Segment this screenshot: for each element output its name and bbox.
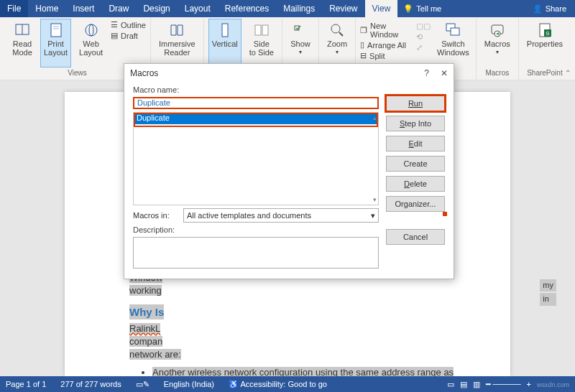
print-layout-label: Print Layout <box>44 39 68 57</box>
help-button[interactable]: ? <box>424 68 429 78</box>
outline-icon: ☰ <box>111 20 118 29</box>
show-icon <box>293 22 308 38</box>
macro-list-item-selected[interactable]: Duplicate <box>134 113 378 124</box>
tab-review[interactable]: Review <box>322 0 364 17</box>
immersive-reader-button[interactable]: Immersive Reader <box>155 19 199 67</box>
status-spellcheck-icon[interactable]: ▭✎ <box>136 380 150 389</box>
organizer-button[interactable]: Organizer... <box>386 196 445 212</box>
read-mode-button[interactable]: Read Mode <box>9 19 36 67</box>
side-to-side-icon <box>254 22 270 38</box>
svg-rect-8 <box>255 25 261 35</box>
switch-windows-label: Switch Windows <box>437 39 469 57</box>
create-button[interactable]: Create <box>386 156 445 172</box>
chevron-down-icon: ▾ <box>496 50 499 56</box>
status-page[interactable]: Page 1 of 1 <box>6 380 46 388</box>
properties-icon: S <box>537 22 553 38</box>
new-window-label: New Window <box>370 22 412 39</box>
macro-name-input[interactable]: Duplicate <box>133 97 379 109</box>
side-to-side-button[interactable]: Side to Side <box>246 19 277 67</box>
properties-button[interactable]: SProperties <box>523 19 566 67</box>
split-button[interactable]: ⊟Split <box>360 51 412 60</box>
group-sharepoint-label: SharePoint <box>527 67 562 78</box>
web-layout-button[interactable]: Web Layout <box>75 19 106 67</box>
share-button[interactable]: 👤 Share <box>524 0 575 17</box>
tab-layout[interactable]: Layout <box>178 0 218 17</box>
macros-button[interactable]: Macros▾ <box>481 19 514 67</box>
zoom-button[interactable]: Zoom▾ <box>323 19 351 67</box>
scroll-up-icon[interactable]: ▴ <box>373 114 377 121</box>
scroll-down-icon[interactable]: ▾ <box>373 196 377 203</box>
outline-button[interactable]: ☰Outline <box>111 20 146 29</box>
view-print-icon[interactable]: ▤ <box>460 380 467 389</box>
macros-label: Macros <box>484 39 510 48</box>
svg-rect-2 <box>51 24 61 37</box>
tab-view[interactable]: View <box>365 0 398 17</box>
group-sharepoint: SProperties SharePoint <box>519 19 571 80</box>
svg-rect-14 <box>451 28 459 35</box>
svg-rect-7 <box>222 24 228 37</box>
arrange-all-label: Arrange All <box>367 41 406 50</box>
tab-design[interactable]: Design <box>136 0 177 17</box>
margin-tags: my in <box>540 279 556 307</box>
tab-references[interactable]: References <box>218 0 276 17</box>
edit-button[interactable]: Edit <box>386 136 445 151</box>
dialog-titlebar: Macros ? ✕ <box>124 64 454 83</box>
para-line: working <box>129 285 162 296</box>
group-macros: Macros▾ Macros <box>477 19 519 80</box>
resize-handle-highlight <box>443 212 447 216</box>
status-language[interactable]: English (India) <box>164 380 214 388</box>
tab-mailings[interactable]: Mailings <box>276 0 322 17</box>
svg-line-12 <box>339 32 343 36</box>
close-button[interactable]: ✕ <box>441 68 448 78</box>
switch-windows-button[interactable]: Switch Windows <box>435 19 472 67</box>
tab-draw[interactable]: Draw <box>101 0 136 17</box>
macros-in-select[interactable]: All active templates and documents▾ <box>183 208 379 223</box>
vertical-button[interactable]: Vertical <box>208 19 242 67</box>
delete-button[interactable]: Delete <box>386 176 445 192</box>
para-line: compan <box>129 336 162 347</box>
list-item: Another wireless network configuration u… <box>152 366 467 377</box>
lightbulb-icon: 💡 <box>403 4 413 14</box>
status-accessibility[interactable]: ♿ Accessibility: Good to go <box>229 380 327 389</box>
run-button[interactable]: Run <box>386 95 445 111</box>
new-window-button[interactable]: ❐New Window <box>360 22 412 39</box>
outline-label: Outline <box>121 21 146 29</box>
create-label: Create <box>403 159 427 168</box>
zoom-out-button[interactable]: ━ ───── <box>486 380 521 389</box>
read-mode-icon <box>14 22 30 38</box>
list-item-text: Another wireless network configuration u… <box>152 367 454 377</box>
cancel-button[interactable]: Cancel <box>386 229 445 245</box>
zoom-icon <box>329 22 345 38</box>
zoom-in-button[interactable]: + <box>527 380 531 388</box>
tab-home[interactable]: Home <box>28 0 65 17</box>
view-web-icon[interactable]: ▥ <box>473 380 480 389</box>
run-label: Run <box>408 99 423 108</box>
svg-rect-9 <box>262 25 268 35</box>
sync-scroll-button: ⟲ <box>416 32 431 42</box>
macro-list[interactable]: Duplicate ▴ ▾ <box>133 112 379 205</box>
view-side-by-side-button: ▢▢ <box>416 22 431 31</box>
arrange-all-button[interactable]: ▯Arrange All <box>360 40 412 50</box>
description-box[interactable] <box>133 237 379 269</box>
group-macros-label: Macros <box>485 67 509 78</box>
margin-tag-2: in <box>540 293 556 305</box>
collapse-ribbon-icon[interactable]: ⌃ <box>565 69 571 77</box>
zoom-level[interactable]: wsxdn.com 100% <box>537 380 569 388</box>
split-icon: ⊟ <box>360 51 367 60</box>
print-layout-icon <box>48 22 64 38</box>
vertical-label: Vertical <box>212 39 238 48</box>
status-words[interactable]: 277 of 277 words <box>60 380 121 388</box>
tell-me[interactable]: 💡 Tell me <box>397 0 447 17</box>
view-focus-icon[interactable]: ▭ <box>447 380 454 389</box>
print-layout-button[interactable]: Print Layout <box>40 19 71 67</box>
tab-insert[interactable]: Insert <box>65 0 101 17</box>
dialog-title: Macros <box>130 68 158 78</box>
draft-button[interactable]: ▤Draft <box>111 31 146 40</box>
immersive-reader-label: Immersive Reader <box>159 39 196 57</box>
zoom-label: Zoom <box>327 39 347 48</box>
tab-file[interactable]: File <box>0 0 28 17</box>
show-button[interactable]: Show▾ <box>287 19 314 67</box>
group-views-label: Views <box>68 67 87 78</box>
step-into-button[interactable]: Step Into <box>386 116 445 131</box>
chevron-down-icon: ▾ <box>299 50 302 56</box>
